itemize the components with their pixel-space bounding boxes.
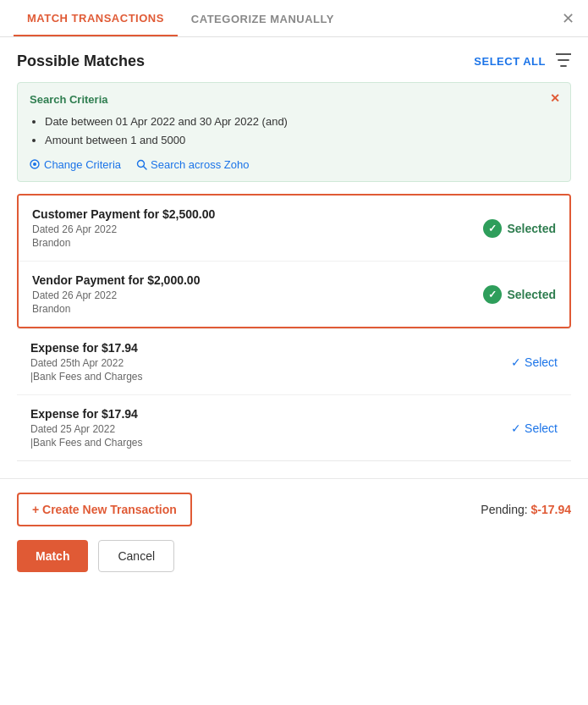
table-row: Expense for $17.94 Dated 25 Apr 2022 |Ba… [17,395,571,461]
search-across-zoho-link[interactable]: Search across Zoho [136,158,249,171]
header-actions: SELECT ALL [474,53,571,70]
check-icon: ✓ [483,219,502,238]
criteria-links: Change Criteria Search across Zoho [30,158,558,171]
footer: + Create New Transaction Pending: $-17.9… [0,479,588,586]
transaction-entity: Brandon [32,303,200,315]
transaction-category: |Bank Fees and Charges [30,371,143,383]
selected-badge[interactable]: ✓ Selected [471,285,556,304]
svg-point-1 [33,162,36,166]
pending-info: Pending: $-17.94 [481,503,571,516]
tab-bar: MATCH TRANSACTIONS CATEGORIZE MANUALLY ✕ [0,0,588,37]
transaction-info: Customer Payment for $2,500.00 Dated 26 … [32,207,215,249]
select-button[interactable]: ✓ Select [490,355,558,369]
close-button[interactable]: ✕ [562,9,574,28]
criteria-item: Amount between 1 and 5000 [45,131,558,150]
change-criteria-link[interactable]: Change Criteria [30,158,121,171]
pending-amount: $-17.94 [531,503,571,516]
transaction-title: Customer Payment for $2,500.00 [32,207,215,221]
page-title: Possible Matches [17,52,145,70]
table-row: Expense for $17.94 Dated 25th Apr 2022 |… [17,328,571,395]
tab-match-transactions[interactable]: MATCH TRANSACTIONS [14,0,178,36]
transaction-info: Expense for $17.94 Dated 25 Apr 2022 |Ba… [30,407,143,449]
tab-categorize-manually[interactable]: CATEGORIZE MANUALLY [178,1,348,36]
unselected-transactions-container: Expense for $17.94 Dated 25th Apr 2022 |… [17,328,571,461]
transaction-date: Dated 25th Apr 2022 [30,357,143,369]
transaction-title: Expense for $17.94 [30,341,143,355]
selected-badge[interactable]: ✓ Selected [471,219,556,238]
transaction-entity: Brandon [32,237,215,249]
search-criteria-box: Search Criteria ✕ Date between 01 Apr 20… [17,82,571,182]
criteria-list: Date between 01 Apr 2022 and 30 Apr 2022… [30,113,558,150]
search-criteria-title: Search Criteria [30,93,558,106]
select-all-button[interactable]: SELECT ALL [474,55,546,68]
footer-top: + Create New Transaction Pending: $-17.9… [17,493,571,526]
match-button[interactable]: Match [17,540,88,572]
check-icon: ✓ [483,285,502,304]
select-button[interactable]: ✓ Select [490,421,558,435]
selected-transactions-container: Customer Payment for $2,500.00 Dated 26 … [17,194,571,328]
create-new-transaction-button[interactable]: + Create New Transaction [17,493,192,526]
transaction-date: Dated 26 Apr 2022 [32,223,215,235]
table-row: Customer Payment for $2,500.00 Dated 26 … [19,196,569,262]
transaction-category: |Bank Fees and Charges [30,437,143,449]
possible-matches-header: Possible Matches SELECT ALL [17,52,571,70]
criteria-item: Date between 01 Apr 2022 and 30 Apr 2022… [45,113,558,131]
footer-actions: Match Cancel [17,540,571,572]
transaction-info: Vendor Payment for $2,000.00 Dated 26 Ap… [32,273,200,315]
transaction-info: Expense for $17.94 Dated 25th Apr 2022 |… [30,341,143,383]
transaction-date: Dated 25 Apr 2022 [30,423,143,435]
main-content: Possible Matches SELECT ALL Search Crite… [0,37,588,461]
criteria-close-button[interactable]: ✕ [550,91,560,105]
transaction-date: Dated 26 Apr 2022 [32,289,200,301]
table-row: Vendor Payment for $2,000.00 Dated 26 Ap… [19,262,569,327]
cancel-button[interactable]: Cancel [98,540,174,572]
transaction-title: Expense for $17.94 [30,407,143,421]
transaction-title: Vendor Payment for $2,000.00 [32,273,200,287]
svg-line-3 [144,167,147,170]
filter-icon[interactable] [556,53,571,70]
